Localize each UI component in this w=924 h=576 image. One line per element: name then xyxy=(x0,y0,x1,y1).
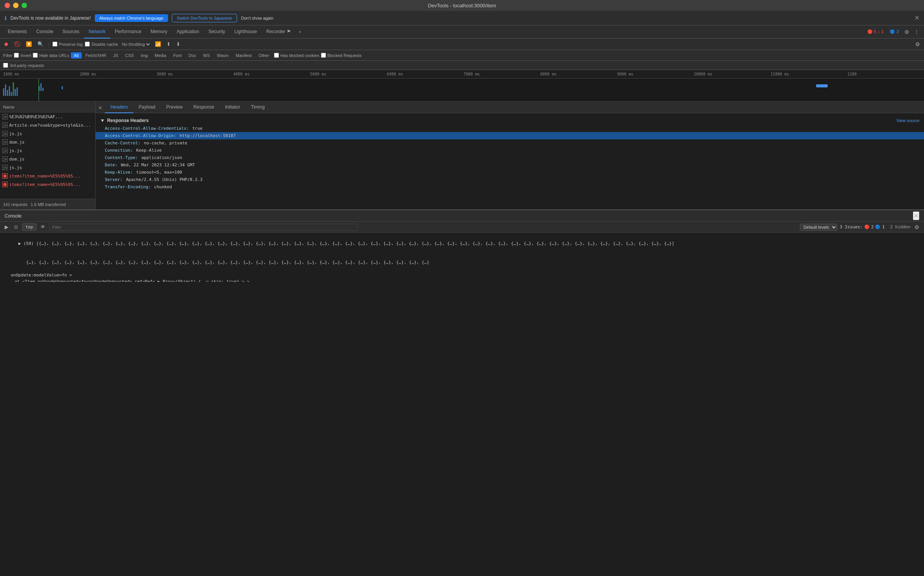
tab-console[interactable]: Console xyxy=(32,25,58,39)
search-button[interactable]: 🔍 xyxy=(36,40,45,48)
list-item[interactable]: js js.js xyxy=(0,146,95,155)
header-name: Connection: xyxy=(105,148,133,153)
filter-tab-all[interactable]: All xyxy=(71,52,82,59)
tab-network[interactable]: Network xyxy=(84,25,110,39)
header-value: http://localhost:58107 xyxy=(177,133,235,138)
filter-tab-js[interactable]: JS xyxy=(110,52,121,59)
list-item[interactable]: js js.js xyxy=(0,163,95,172)
filter-tab-css[interactable]: CSS xyxy=(122,52,137,59)
header-value: no-cache, private xyxy=(141,141,187,146)
filter-tab-font[interactable]: Font xyxy=(170,52,185,59)
filter-tab-other[interactable]: Other xyxy=(255,52,272,59)
has-blocked-cookies-label[interactable]: Has blocked cookies xyxy=(274,53,319,58)
filter-tab-wasm[interactable]: Wasm xyxy=(214,52,232,59)
header-value: application/json xyxy=(139,155,182,160)
hide-data-urls-label[interactable]: Hide data URLs xyxy=(33,53,69,58)
top-level-selector[interactable]: top xyxy=(22,223,37,231)
tab-performance[interactable]: Performance xyxy=(110,25,146,39)
close-detail-button[interactable]: ✕ xyxy=(96,104,105,111)
third-party-checkbox[interactable] xyxy=(3,63,8,68)
filter-tab-img[interactable]: Img xyxy=(138,52,151,59)
minimize-dot[interactable] xyxy=(13,3,18,8)
console-close-button[interactable]: ✕ xyxy=(913,211,919,220)
throttle-select[interactable]: No throttling Slow 3G Fast 3G xyxy=(120,42,151,47)
network-settings-button[interactable]: ⚙ xyxy=(914,40,922,48)
timeline-labels: 1000 ms 2000 ms 3000 ms 4000 ms 5000 ms … xyxy=(0,72,924,76)
has-blocked-cookies-checkbox[interactable] xyxy=(274,53,279,58)
list-item[interactable]: js Article.vue?vue&type=style&in... xyxy=(0,121,95,129)
close-dot[interactable] xyxy=(5,3,10,8)
filter-tab-media[interactable]: Media xyxy=(151,52,169,59)
settings-button[interactable]: ⚙ xyxy=(903,28,911,36)
tab-sources[interactable]: Sources xyxy=(58,25,84,39)
request-list-footer: 141 requests 1.6 MB transferred xyxy=(0,199,95,209)
console-filter-input[interactable] xyxy=(49,224,358,231)
view-source-link[interactable]: View source xyxy=(896,118,919,123)
timeline-label-4: 4000 ms xyxy=(234,72,310,76)
maximize-dot[interactable] xyxy=(22,3,27,8)
disable-cache-checkbox[interactable] xyxy=(85,42,90,47)
list-item[interactable]: js dom.js xyxy=(0,138,95,146)
header-name: Cache-Control: xyxy=(105,141,141,146)
clear-button[interactable]: 🚫 xyxy=(13,40,22,48)
request-type-icon: js xyxy=(2,156,8,162)
tab-payload[interactable]: Payload xyxy=(133,102,161,113)
list-item[interactable]: js %E3%82%B9%E3%82%AF... xyxy=(0,112,95,121)
blocked-requests-checkbox[interactable] xyxy=(321,53,326,58)
invert-checkbox[interactable] xyxy=(14,53,19,58)
console-extra-button[interactable]: ⊙ xyxy=(12,223,20,231)
timeline-label-7: 7000 ms xyxy=(464,72,540,76)
timeline-label-3: 3000 ms xyxy=(156,72,233,76)
tab-timing[interactable]: Timing xyxy=(245,102,270,113)
tab-application[interactable]: Application xyxy=(172,25,204,39)
third-party-label[interactable]: 3rd-party requests xyxy=(3,63,44,68)
console-settings-button[interactable]: ⚙ xyxy=(913,223,921,231)
timeline-label-1: 1000 ms xyxy=(3,72,80,76)
match-language-button[interactable]: Always match Chrome's language xyxy=(95,14,168,22)
record-button[interactable]: ⏺ xyxy=(2,40,10,48)
console-execute-button[interactable]: ▶ xyxy=(3,223,10,231)
filter-icon-button[interactable]: 🔽 xyxy=(24,40,34,48)
tab-preview[interactable]: Preview xyxy=(161,102,188,113)
tab-lighthouse[interactable]: Lighthouse xyxy=(230,25,262,39)
filter-tab-fetch[interactable]: Fetch/XHR xyxy=(82,52,109,59)
request-type-icon: js xyxy=(2,148,8,153)
wifi-button[interactable]: 📶 xyxy=(153,40,163,48)
console-warning-icon: 🔵 xyxy=(875,224,880,229)
dont-show-again-button[interactable]: Don't show again xyxy=(241,16,273,20)
tab-memory[interactable]: Memory xyxy=(146,25,172,39)
more-options-button[interactable]: ⋮ xyxy=(912,28,921,36)
blocked-requests-label[interactable]: Blocked Requests xyxy=(321,53,362,58)
tab-headers[interactable]: Headers xyxy=(105,102,133,113)
banner-close-button[interactable]: ✕ xyxy=(914,14,919,22)
header-row-selected[interactable]: Access-Control-Allow-Origin: http://loca… xyxy=(96,132,924,139)
request-name: items?item_name=%E5%95%95... xyxy=(9,174,81,179)
list-item[interactable]: js js.js xyxy=(0,129,95,138)
list-item[interactable]: 🔴 items?item_name=%E5%95%95... xyxy=(0,180,95,189)
tab-security[interactable]: Security xyxy=(204,25,230,39)
disable-cache-label[interactable]: Disable cache xyxy=(85,42,118,47)
download-button[interactable]: ⬇ xyxy=(175,40,182,48)
detail-panel: ✕ Headers Payload Preview Response Initi… xyxy=(96,102,924,209)
hide-data-urls-checkbox[interactable] xyxy=(33,53,38,58)
list-item[interactable]: 🔴 items?item_name=%E5%95%95... xyxy=(0,172,95,180)
tab-elements[interactable]: Elements xyxy=(3,25,32,39)
tab-initiator[interactable]: Initiator xyxy=(220,102,245,113)
level-select[interactable]: Default levels Verbose Info Warnings Err… xyxy=(800,224,837,231)
preserve-log-label[interactable]: Preserve log xyxy=(52,42,83,47)
invert-label[interactable]: Invert xyxy=(14,53,31,58)
tab-recorder[interactable]: Recorder ⚑ xyxy=(262,25,296,39)
preserve-log-checkbox[interactable] xyxy=(52,42,57,47)
tab-more[interactable]: » xyxy=(296,29,304,34)
timeline-header: 1000 ms 2000 ms 3000 ms 4000 ms 5000 ms … xyxy=(0,70,924,79)
warning-icon: ⚠ xyxy=(877,29,880,34)
list-item[interactable]: js dom.js xyxy=(0,155,95,163)
filter-tab-manifest[interactable]: Manifest xyxy=(233,52,255,59)
tab-response[interactable]: Response xyxy=(188,102,220,113)
filter-tab-ws[interactable]: WS xyxy=(200,52,213,59)
switch-japanese-button[interactable]: Switch DevTools to Japanese xyxy=(172,14,237,22)
eye-button[interactable]: 👁 xyxy=(39,223,47,231)
filter-tab-doc[interactable]: Doc xyxy=(185,52,199,59)
header-value: Keep-Alive xyxy=(134,148,162,153)
upload-button[interactable]: ⬆ xyxy=(165,40,172,48)
